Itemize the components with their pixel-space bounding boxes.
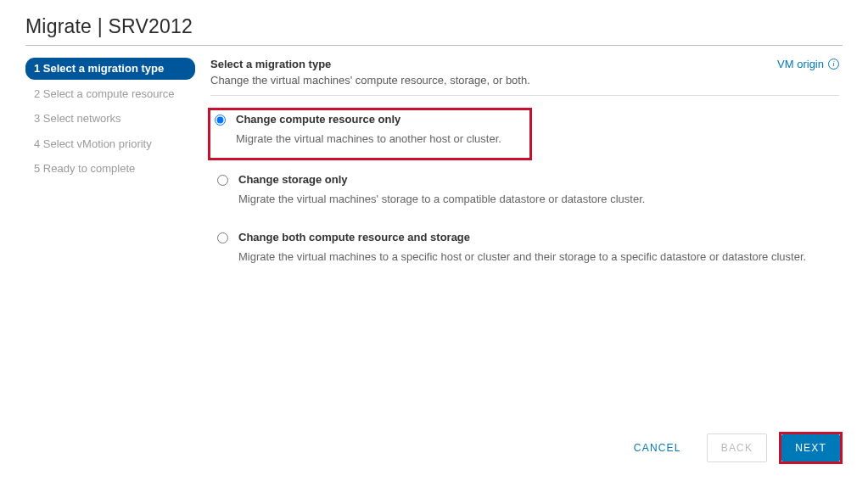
step-2[interactable]: 2 Select a compute resource — [25, 83, 195, 105]
main-subheading: Change the virtual machines' compute res… — [210, 74, 530, 87]
dialog-title: Migrate | SRV2012 — [25, 15, 843, 45]
step-3[interactable]: 3 Select networks — [25, 108, 195, 130]
vm-origin-label: VM origin — [777, 58, 824, 70]
option-compute-title: Change compute resource only — [236, 113, 526, 126]
option-storage-text: Change storage only Migrate the virtual … — [238, 173, 836, 209]
option-storage[interactable]: Change storage only Migrate the virtual … — [210, 168, 839, 221]
step-5[interactable]: 5 Ready to complete — [25, 158, 195, 180]
dialog-content: 1 Select a migration type 2 Select a com… — [25, 58, 843, 282]
main-header: Select a migration type Change the virtu… — [210, 58, 839, 96]
option-compute[interactable]: Change compute resource only Migrate the… — [208, 108, 532, 160]
option-compute-desc: Migrate the virtual machines to another … — [236, 131, 526, 148]
migrate-dialog: Migrate | SRV2012 1 Select a migration t… — [0, 0, 868, 282]
step-4[interactable]: 4 Select vMotion priority — [25, 133, 195, 155]
option-storage-title: Change storage only — [238, 173, 836, 186]
back-button: BACK — [707, 433, 767, 462]
title-divider — [25, 45, 843, 46]
next-button-highlight: NEXT — [779, 432, 843, 464]
next-button[interactable]: NEXT — [781, 434, 840, 461]
main-panel: Select a migration type Change the virtu… — [195, 58, 843, 282]
wizard-steps: 1 Select a migration type 2 Select a com… — [25, 58, 195, 183]
step-1[interactable]: 1 Select a migration type — [25, 58, 195, 80]
main-heading: Select a migration type — [210, 58, 530, 70]
radio-both[interactable] — [217, 232, 228, 243]
info-icon: i — [828, 59, 839, 70]
dialog-footer: CANCEL BACK NEXT — [620, 432, 843, 464]
migration-options: Change compute resource only Migrate the… — [210, 108, 839, 277]
option-both-title: Change both compute resource and storage — [238, 231, 836, 243]
radio-storage[interactable] — [217, 175, 228, 186]
option-both-desc: Migrate the virtual machines to a specif… — [238, 249, 836, 266]
option-compute-text: Change compute resource only Migrate the… — [236, 113, 526, 148]
vm-origin-link[interactable]: VM origin i — [777, 58, 839, 70]
option-storage-desc: Migrate the virtual machines' storage to… — [238, 191, 836, 209]
radio-compute[interactable] — [215, 115, 226, 126]
main-heading-block: Select a migration type Change the virtu… — [210, 58, 530, 87]
option-both-text: Change both compute resource and storage… — [238, 231, 836, 266]
option-both[interactable]: Change both compute resource and storage… — [210, 226, 839, 278]
cancel-button[interactable]: CANCEL — [620, 434, 695, 461]
